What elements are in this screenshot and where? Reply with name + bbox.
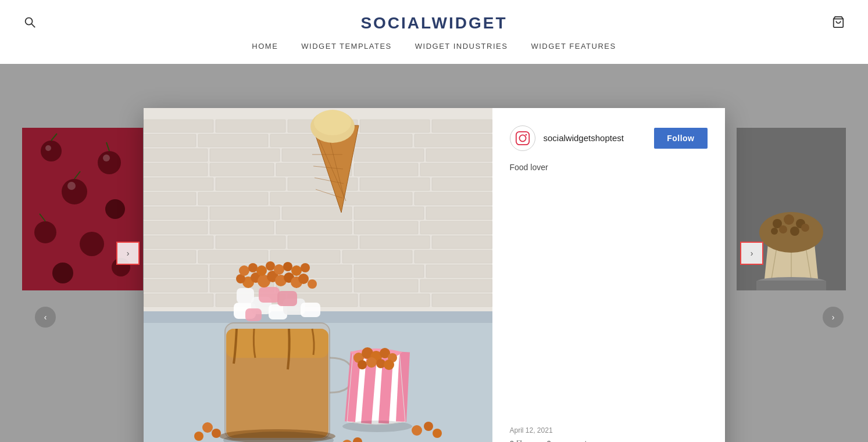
nav-widget-industries[interactable]: WIDGET INDUSTRIES xyxy=(415,42,508,51)
svg-rect-123 xyxy=(245,308,262,321)
profile-row: socialwidgetshoptest Follow xyxy=(510,125,708,151)
likes-label: likes xyxy=(516,439,533,443)
post-date: April 12, 2021 xyxy=(510,426,708,434)
svg-rect-44 xyxy=(415,134,492,147)
svg-point-150 xyxy=(384,360,394,370)
main-nav: HOME WIDGET TEMPLATES WIDGET INDUSTRIES … xyxy=(252,42,616,51)
svg-point-147 xyxy=(358,360,367,369)
site-title: SOCIALWIDGET xyxy=(360,14,507,33)
svg-rect-48 xyxy=(354,149,424,161)
svg-rect-93 xyxy=(354,279,418,292)
svg-point-0 xyxy=(26,17,33,24)
svg-rect-60 xyxy=(144,192,196,205)
modal-next-button[interactable]: › xyxy=(740,242,763,265)
food-scene-svg xyxy=(144,108,492,443)
svg-point-152 xyxy=(212,429,221,438)
svg-rect-79 xyxy=(432,236,492,249)
svg-rect-40 xyxy=(144,134,196,147)
svg-rect-72 xyxy=(276,221,352,234)
svg-rect-77 xyxy=(288,236,358,249)
instagram-icon xyxy=(515,130,531,146)
svg-rect-83 xyxy=(342,250,412,263)
post-info-panel: socialwidgetshoptest Follow Food lover A… xyxy=(492,108,725,443)
svg-rect-53 xyxy=(354,163,418,176)
search-button[interactable] xyxy=(23,16,36,31)
svg-point-156 xyxy=(433,429,442,438)
post-stats: 0 likes 0 comments xyxy=(510,439,708,443)
svg-point-131 xyxy=(298,274,309,284)
modal-prev-button[interactable]: › xyxy=(116,242,140,265)
svg-rect-38 xyxy=(360,120,430,132)
likes-count: 0 xyxy=(510,439,515,443)
svg-rect-121 xyxy=(259,287,280,303)
svg-rect-55 xyxy=(144,178,213,191)
svg-rect-162 xyxy=(516,131,528,144)
svg-rect-50 xyxy=(144,163,208,176)
svg-rect-76 xyxy=(216,236,285,249)
svg-rect-65 xyxy=(144,207,208,220)
svg-point-163 xyxy=(519,135,526,141)
svg-rect-81 xyxy=(198,250,268,263)
bg-next-arrow-icon: › xyxy=(832,312,835,322)
bg-prev-button[interactable]: ‹ xyxy=(35,307,56,328)
svg-rect-58 xyxy=(360,178,430,191)
header-top: SOCIALWIDGET xyxy=(0,14,868,33)
svg-rect-119 xyxy=(301,303,320,317)
svg-point-154 xyxy=(412,425,422,436)
svg-rect-64 xyxy=(415,192,492,205)
svg-rect-39 xyxy=(432,120,492,132)
svg-rect-94 xyxy=(420,279,492,292)
comments-label: comments xyxy=(553,439,591,443)
search-icon xyxy=(23,16,36,28)
svg-rect-80 xyxy=(144,250,196,263)
svg-point-138 xyxy=(274,264,284,275)
instagram-username: socialwidgetshoptest xyxy=(544,133,646,143)
svg-point-135 xyxy=(248,263,258,272)
svg-point-139 xyxy=(283,262,292,271)
svg-rect-82 xyxy=(270,250,340,263)
nav-home[interactable]: HOME xyxy=(252,42,278,51)
svg-rect-49 xyxy=(426,149,492,161)
instagram-avatar[interactable] xyxy=(510,125,535,151)
svg-point-134 xyxy=(239,265,249,276)
svg-rect-66 xyxy=(210,207,280,220)
svg-rect-90 xyxy=(144,279,208,292)
svg-rect-120 xyxy=(237,288,254,303)
nav-widget-templates[interactable]: WIDGET TEMPLATES xyxy=(301,42,391,51)
svg-point-136 xyxy=(256,265,267,276)
svg-rect-99 xyxy=(432,294,492,307)
background-content: ‹ › › › xyxy=(0,64,868,442)
svg-rect-85 xyxy=(144,265,208,278)
svg-rect-98 xyxy=(360,294,430,307)
nav-widget-features[interactable]: WIDGET FEATURES xyxy=(531,42,616,51)
cart-button[interactable] xyxy=(832,16,845,31)
likes-stat: 0 likes xyxy=(510,439,533,443)
svg-rect-70 xyxy=(144,221,208,234)
post-footer: April 12, 2021 0 likes 0 comments xyxy=(510,426,708,443)
svg-rect-36 xyxy=(216,120,285,132)
svg-rect-95 xyxy=(144,294,213,307)
svg-rect-88 xyxy=(354,265,424,278)
svg-rect-63 xyxy=(342,192,412,205)
svg-rect-41 xyxy=(198,134,268,147)
site-header: SOCIALWIDGET HOME WIDGET TEMPLATES WIDGE… xyxy=(0,0,868,64)
bg-prev-arrow-icon: ‹ xyxy=(44,312,47,322)
svg-rect-68 xyxy=(354,207,424,220)
svg-point-148 xyxy=(366,357,377,368)
svg-point-153 xyxy=(194,432,203,441)
svg-rect-73 xyxy=(354,221,418,234)
modal-overlay: socialwidgetshoptest Follow Food lover A… xyxy=(0,128,868,442)
svg-point-132 xyxy=(308,279,317,289)
modal-next-arrow-icon: › xyxy=(751,249,753,258)
svg-point-110 xyxy=(314,110,351,135)
svg-rect-78 xyxy=(360,236,430,249)
svg-point-164 xyxy=(525,134,527,135)
follow-button[interactable]: Follow xyxy=(654,128,707,149)
bg-next-button[interactable]: › xyxy=(823,307,844,328)
svg-rect-54 xyxy=(420,163,492,176)
cart-icon xyxy=(832,16,845,28)
svg-rect-56 xyxy=(216,178,285,191)
post-image xyxy=(144,108,492,443)
svg-point-151 xyxy=(202,422,213,433)
svg-rect-61 xyxy=(198,192,268,205)
